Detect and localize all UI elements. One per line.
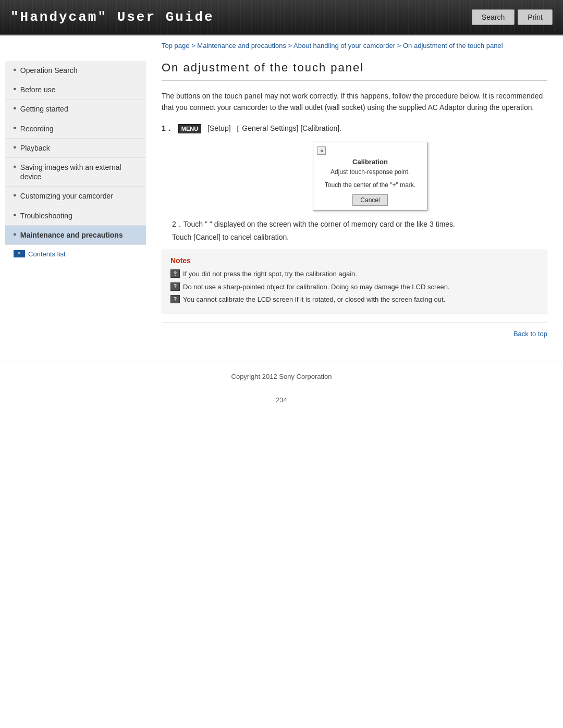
bullet-icon: ■ xyxy=(14,67,16,72)
sidebar-item-saving-images[interactable]: ■ Saving images with an external device xyxy=(5,158,146,187)
dialog-title: Calibration xyxy=(317,158,423,166)
note-text-2: Do not use a sharp-pointed object for ca… xyxy=(183,282,450,292)
bullet-icon: ■ xyxy=(14,106,16,110)
bullet-icon: ■ xyxy=(14,164,16,169)
breadcrumb-link-handling[interactable]: About handling of your camcorder xyxy=(293,42,395,50)
step-1-row: 1． MENU [Setup] ［ General Settings] [Cal… xyxy=(162,124,547,133)
menu-icon: MENU xyxy=(178,124,201,133)
intro-text: The buttons on the touch panel may not w… xyxy=(162,90,547,114)
notes-section: Notes ? If you did not press the right s… xyxy=(162,250,547,314)
note-item-2: ? Do not use a sharp-pointed object for … xyxy=(170,282,538,292)
step-2-text: 2．Touch " " displayed on the screen with… xyxy=(162,219,547,230)
dialog-center-text: Touch the center of the "+" mark. xyxy=(317,181,423,190)
note-text-3: You cannot calibrate the LCD screen if i… xyxy=(183,294,445,305)
copyright-text: Copyright 2012 Sony Corporation xyxy=(231,373,332,380)
sidebar-item-label: Maintenance and precautions xyxy=(20,230,123,240)
sidebar-item-label: Playback xyxy=(20,143,50,153)
bullet-icon: ■ xyxy=(14,213,16,217)
dialog-close-row: × xyxy=(317,146,423,155)
sidebar-item-customizing[interactable]: ■ Customizing your camcorder xyxy=(5,187,146,206)
dialog-cancel-button[interactable]: Cancel xyxy=(352,194,387,206)
note-item-1: ? If you did not press the right spot, t… xyxy=(170,269,538,279)
header-buttons: Search Print xyxy=(472,9,553,25)
sidebar-item-label: Recording xyxy=(20,124,54,133)
note-text-1: If you did not press the right spot, try… xyxy=(183,269,357,279)
calibration-dialog-wrapper: × Calibration Adjust touch-response poin… xyxy=(193,142,547,211)
page-number: 234 xyxy=(0,391,563,409)
calibration-dialog: × Calibration Adjust touch-response poin… xyxy=(313,142,427,211)
breadcrumb-current: On adjustment of the touch panel xyxy=(403,42,503,50)
sidebar-item-label: Operation Search xyxy=(20,66,78,75)
dialog-close-button[interactable]: × xyxy=(317,146,326,155)
breadcrumb-separator2: > xyxy=(288,42,294,50)
sidebar-item-recording[interactable]: ■ Recording xyxy=(5,119,146,139)
search-button[interactable]: Search xyxy=(472,9,515,25)
sidebar-item-before-use[interactable]: ■ Before use xyxy=(5,80,146,100)
app-title: "Handycam" User Guide xyxy=(10,9,214,25)
sidebar-item-playback[interactable]: ■ Playback xyxy=(5,139,146,158)
page-title: On adjustment of the touch panel xyxy=(162,61,547,81)
sidebar-item-label: Before use xyxy=(20,85,56,94)
main-layout: ■ Operation Search ■ Before use ■ Gettin… xyxy=(0,56,563,351)
step-2-subtext: Touch [Cancel] to cancel calibration. xyxy=(162,233,547,241)
sidebar-item-label: Saving images with an external device xyxy=(20,163,140,181)
sidebar-item-label: Troubleshooting xyxy=(20,211,72,220)
sidebar-item-label: Customizing your camcorder xyxy=(20,191,113,201)
breadcrumb-separator: > xyxy=(191,42,197,50)
notes-title: Notes xyxy=(170,256,538,265)
note-icon-1: ? xyxy=(170,269,180,278)
bullet-icon: ■ xyxy=(14,232,16,237)
contents-list-link[interactable]: ≡ Contents list xyxy=(5,245,146,263)
breadcrumb: Top page > Maintenance and precautions >… xyxy=(0,35,563,56)
sidebar: ■ Operation Search ■ Before use ■ Gettin… xyxy=(5,56,146,351)
step-1-description: [Setup] ［ General Settings] [Calibration… xyxy=(207,124,341,133)
bullet-icon: ■ xyxy=(14,87,16,91)
contents-list-icon: ≡ xyxy=(14,250,25,257)
breadcrumb-separator3: > xyxy=(397,42,403,50)
step-1-text: MENU [Setup] ［ General Settings] [Calibr… xyxy=(178,124,341,133)
bullet-icon: ■ xyxy=(14,193,16,198)
note-item-3: ? You cannot calibrate the LCD screen if… xyxy=(170,294,538,305)
bullet-icon: ■ xyxy=(14,126,16,130)
content-area: On adjustment of the touch panel The but… xyxy=(146,56,558,351)
print-button[interactable]: Print xyxy=(518,9,553,25)
header: "Handycam" User Guide Search Print xyxy=(0,0,563,35)
dialog-body: Adjust touch-response point. xyxy=(317,168,423,177)
sidebar-item-troubleshooting[interactable]: ■ Troubleshooting xyxy=(5,206,146,226)
sidebar-item-maintenance[interactable]: ■ Maintenance and precautions xyxy=(5,226,146,245)
note-icon-2: ? xyxy=(170,282,180,291)
contents-list-label: Contents list xyxy=(28,250,66,258)
bullet-icon: ■ xyxy=(14,145,16,150)
breadcrumb-link-maintenance[interactable]: Maintenance and precautions xyxy=(197,42,286,50)
back-to-top-row: Back to top xyxy=(162,323,547,341)
note-icon-3: ? xyxy=(170,295,180,303)
sidebar-item-operation-search[interactable]: ■ Operation Search xyxy=(5,61,146,80)
back-to-top-link[interactable]: Back to top xyxy=(513,330,547,338)
sidebar-item-getting-started[interactable]: ■ Getting started xyxy=(5,100,146,119)
sidebar-item-label: Getting started xyxy=(20,104,68,114)
breadcrumb-link-top[interactable]: Top page xyxy=(162,42,190,50)
step-1-number: 1． xyxy=(162,124,173,133)
footer: Copyright 2012 Sony Corporation xyxy=(0,362,563,391)
